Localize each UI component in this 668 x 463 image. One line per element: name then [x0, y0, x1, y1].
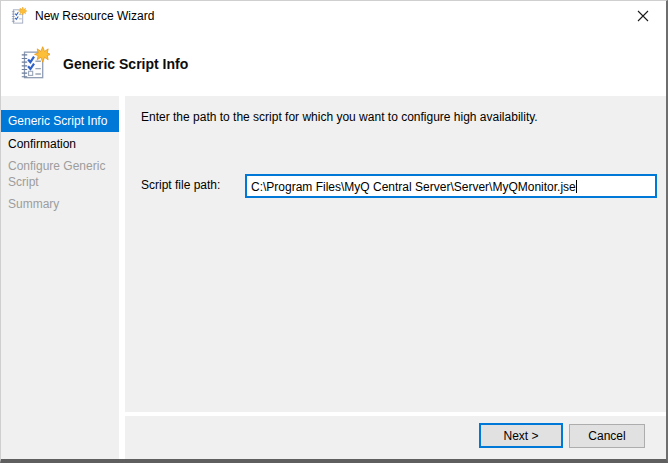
- step-confirmation[interactable]: Confirmation: [1, 136, 119, 152]
- step-summary: Summary: [1, 196, 119, 212]
- script-path-label: Script file path:: [141, 174, 245, 192]
- script-path-input[interactable]: C:\Program Files\MyQ Central Server\Serv…: [245, 174, 657, 198]
- generic-script-icon: [19, 45, 50, 83]
- wizard-body: Generic Script Info Confirmation Configu…: [1, 96, 666, 459]
- page-content: Enter the path to the script for which y…: [125, 96, 666, 412]
- instruction-text: Enter the path to the script for which y…: [141, 110, 666, 125]
- text-caret: [576, 180, 577, 193]
- title-bar: New Resource Wizard: [1, 1, 666, 31]
- button-bar: Next > Cancel: [125, 416, 666, 459]
- script-path-value: C:\Program Files\MyQ Central Server\Serv…: [251, 180, 576, 194]
- step-configure-generic-script: Configure Generic Script: [1, 158, 119, 190]
- wizard-app-icon: [10, 7, 27, 25]
- step-generic-script-info[interactable]: Generic Script Info: [1, 110, 119, 132]
- wizard-main-pane: Enter the path to the script for which y…: [125, 96, 666, 459]
- close-icon: [637, 10, 649, 22]
- close-button[interactable]: [620, 1, 666, 31]
- wizard-page-header: Generic Script Info: [1, 31, 666, 96]
- next-button[interactable]: Next >: [479, 423, 563, 448]
- script-path-field-row: Script file path: C:\Program Files\MyQ C…: [141, 174, 666, 198]
- window-title: New Resource Wizard: [35, 9, 154, 23]
- new-resource-wizard-window: New Resource Wizard Generic Script Info …: [0, 0, 668, 463]
- page-title: Generic Script Info: [63, 56, 188, 72]
- cancel-button[interactable]: Cancel: [569, 424, 645, 448]
- wizard-step-list: Generic Script Info Confirmation Configu…: [1, 96, 119, 459]
